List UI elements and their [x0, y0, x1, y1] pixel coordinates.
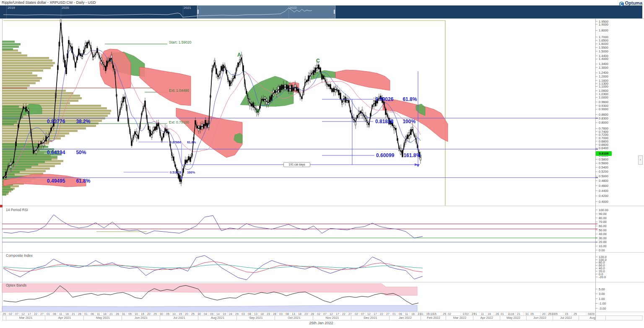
- date-month-cell: Mar 2022: [446, 315, 473, 320]
- date-month-cell: Mar 2021: [6, 315, 45, 320]
- price-tick-label: 0.5200: [599, 170, 608, 173]
- rsi-tick-label: 0.00: [599, 249, 605, 252]
- rsi-tick-label: 10.00: [599, 245, 607, 248]
- rsi-tick-label: 70.00: [599, 220, 607, 224]
- price-tick-label: 0.8000: [599, 121, 608, 124]
- date-month-cell: Feb 2022: [421, 315, 446, 320]
- optex-tick-label: 3.00: [599, 292, 605, 296]
- date-month-cell: Jan 2022: [389, 315, 421, 320]
- price-tick-label: 0.8300: [599, 117, 608, 120]
- price-tick-label: 1.2400: [599, 71, 608, 75]
- optuma-logo-text: Optuma: [625, 0, 642, 5]
- optex-tick-label: 5.00: [599, 288, 605, 291]
- price-tick-label: 0.5000: [599, 175, 608, 178]
- selected-date-label: 25th Jan 2022: [289, 321, 353, 325]
- date-month-cell: [605, 315, 643, 320]
- price-tick-label: 0.4800: [599, 179, 608, 183]
- date-month-cell: Jun 2021: [122, 315, 160, 320]
- optuma-logo: Optuma: [619, 0, 642, 5]
- date-month-cell: Jun 2022: [526, 315, 553, 320]
- price-tick-label: 0.5400: [599, 166, 608, 169]
- rsi-tick-label: 80.00: [599, 217, 607, 220]
- rsi-tick-label: 90.00: [599, 212, 607, 216]
- price-tick-label: 1.3000: [599, 66, 608, 70]
- rsi-tick-label: 20.00: [599, 240, 607, 244]
- date-month-cell: Sep 2021: [236, 315, 275, 320]
- rsi-panel-title: 14 Period RSI: [6, 208, 28, 212]
- price-tick-label: 0.9000: [599, 108, 608, 111]
- optex-tick-label: -1.00: [599, 302, 606, 305]
- price-tick-label: 1.6000: [599, 42, 608, 46]
- nav-selection-left-handle[interactable]: [197, 10, 199, 14]
- date-month-cell: Nov 2021: [313, 315, 351, 320]
- composite-panel-title: Composite Index: [6, 253, 33, 258]
- optex-tick-label: -3.00: [599, 307, 606, 310]
- price-tick-label: 0.4200: [599, 194, 608, 198]
- price-tick-label: 1.2000: [599, 75, 608, 78]
- price-tick-label: 0.9600: [599, 101, 608, 104]
- date-month-cell: Aug: [579, 315, 606, 320]
- rsi-tick-label: 60.00: [599, 225, 607, 228]
- date-month-cell: Apr 2021: [45, 315, 84, 320]
- rsi-tick-label: 50.00: [599, 229, 607, 232]
- optex-tick-label: 1.00: [599, 297, 605, 301]
- date-month-cell: May 2021: [83, 315, 122, 320]
- price-tick-label: 1.5000: [599, 50, 608, 53]
- price-tick-label: 0.8600: [599, 113, 608, 116]
- date-month-cell: Jul 2022: [553, 315, 579, 320]
- price-tick-label: 1.4000: [599, 57, 608, 61]
- chart-title: Ripple/United States dollar - XRPUSD:CW …: [2, 0, 96, 5]
- rsi-tick-label: 30.00: [599, 237, 607, 240]
- price-tick-label: 0.5800: [599, 158, 608, 161]
- price-tick-label: 1.5500: [599, 46, 608, 49]
- date-month-cell: Apr 2022: [473, 315, 500, 320]
- price-tick-label: 0.6400: [599, 147, 608, 150]
- price-tick-label: 1.9000: [599, 23, 608, 26]
- price-tick-label: 1.1000: [599, 85, 608, 88]
- price-tick-label: 0.4000: [599, 200, 608, 204]
- date-month-cell: Aug 2021: [198, 315, 237, 320]
- rsi-tick-label: 100.00: [599, 209, 608, 212]
- date-month-cell: May 2022: [500, 315, 527, 320]
- price-tick-label: 0.9300: [599, 104, 608, 108]
- price-tick-label: 1.8000: [599, 29, 608, 32]
- optex-panel-title: Optex Bands: [6, 283, 26, 287]
- rsi-tick-label: 40.00: [599, 232, 607, 236]
- date-month-cell: Jul 2021: [160, 315, 198, 320]
- main-chart-area[interactable]: [2, 19, 595, 206]
- collapse-panel-button[interactable]: ‹: [638, 155, 643, 165]
- optuma-logo-icon: [619, 0, 624, 5]
- price-tick-label: 0.4600: [599, 184, 608, 188]
- price-tick-label: 0.5600: [599, 162, 608, 165]
- composite-tick-label: -20.0: [599, 276, 606, 279]
- timeline-overview-bar[interactable]: 2019202020212022: [0, 5, 642, 18]
- cal-days-label[interactable]: 191 cal days: [283, 162, 310, 167]
- date-month-cell: Oct 2021: [275, 315, 313, 320]
- date-month-cell: Dec 2021: [351, 315, 390, 320]
- price-tick-label: 1.0000: [599, 96, 608, 99]
- nav-selection-right-handle[interactable]: [334, 10, 335, 14]
- nav-selection-range[interactable]: [197, 5, 335, 18]
- price-tick-label: 0.4400: [599, 189, 608, 193]
- pane-resize-handle[interactable]: [0, 205, 3, 207]
- last-price-badge: 0.6109: [596, 151, 612, 156]
- title-bar: Ripple/United States dollar - XRPUSD:CW …: [0, 0, 644, 5]
